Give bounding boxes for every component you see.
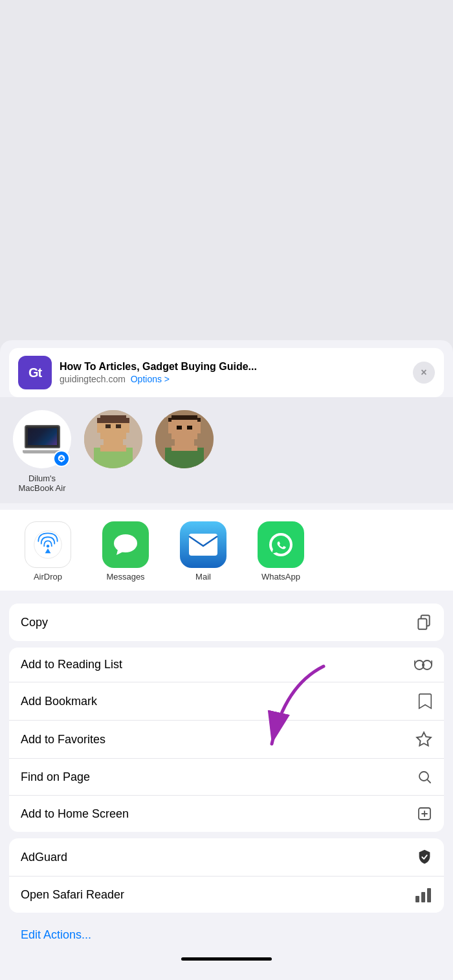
svg-rect-21 <box>187 426 192 430</box>
messages-icon <box>102 521 149 568</box>
url-options[interactable]: Options > <box>131 374 170 384</box>
url-title: How To Articles, Gadget Buying Guide... <box>60 361 338 373</box>
search-icon <box>417 769 432 785</box>
svg-rect-7 <box>123 418 129 423</box>
copy-action[interactable]: Copy <box>9 604 444 641</box>
messages-label: Messages <box>106 572 144 582</box>
mail-label: Mail <box>195 572 211 582</box>
bookmark-icon <box>418 693 432 710</box>
edit-actions-button[interactable]: Edit Actions... <box>21 928 91 941</box>
svg-rect-20 <box>177 426 182 430</box>
svg-rect-9 <box>116 424 121 428</box>
svg-rect-36 <box>421 892 425 902</box>
apps-section: AirDrop Messages Mail <box>0 510 453 591</box>
url-domain: guidingtech.com Options > <box>60 374 405 384</box>
airdrop-badge <box>53 450 70 467</box>
whatsapp-svg <box>266 530 296 560</box>
svg-rect-11 <box>100 445 126 452</box>
action-list-3: AdGuard Open Safari Reader <box>9 838 444 913</box>
whatsapp-label: WhatsApp <box>261 572 300 582</box>
url-info: How To Articles, Gadget Buying Guide... … <box>60 361 405 384</box>
add-favorites-label: Add to Favorites <box>21 733 105 746</box>
svg-rect-6 <box>97 418 104 423</box>
svg-point-26 <box>114 534 137 552</box>
svg-rect-5 <box>100 415 126 423</box>
svg-rect-30 <box>418 619 426 629</box>
messages-svg <box>111 530 140 559</box>
macbook-name: Dilum'sMacBook Air <box>19 474 66 493</box>
contact-person-1[interactable] <box>84 410 142 474</box>
url-bar: Gt How To Articles, Gadget Buying Guide.… <box>9 348 444 397</box>
section-divider-1 <box>0 503 453 510</box>
share-sheet: Gt How To Articles, Gadget Buying Guide.… <box>0 340 453 980</box>
app-item-whatsapp[interactable]: WhatsApp <box>242 521 320 582</box>
airdrop-label: AirDrop <box>34 572 62 582</box>
contact-macbook[interactable]: Dilum'sMacBook Air <box>13 410 71 493</box>
gt-app-icon: Gt <box>18 356 52 389</box>
person1-pixelated <box>84 410 142 468</box>
person2-avatar <box>155 410 214 468</box>
section-divider-2 <box>0 591 453 597</box>
person1-avatar-circle <box>84 410 142 468</box>
svg-rect-8 <box>105 424 111 428</box>
copy-label: Copy <box>21 616 48 629</box>
app-item-mail[interactable]: Mail <box>164 521 242 582</box>
macbook-screen <box>25 425 60 448</box>
bars-icon <box>414 887 432 902</box>
svg-point-33 <box>419 772 428 781</box>
mail-icon <box>180 521 226 568</box>
star-icon <box>415 731 432 748</box>
person2-avatar-circle <box>155 410 214 468</box>
svg-rect-23 <box>171 446 197 451</box>
contact-person-2[interactable] <box>155 410 214 474</box>
svg-rect-35 <box>415 896 419 902</box>
arrow-svg <box>233 660 337 763</box>
person1-avatar <box>84 410 142 468</box>
plus-square-icon <box>417 806 432 822</box>
home-indicator <box>181 957 272 961</box>
add-bookmark-label: Add Bookmark <box>21 695 97 708</box>
macbook-icon <box>23 425 61 453</box>
svg-rect-18 <box>194 422 201 433</box>
airdrop-badge-icon <box>57 454 66 463</box>
close-button[interactable]: × <box>413 362 435 384</box>
adguard-label: AdGuard <box>21 851 67 864</box>
action-list-2: Add to Reading List Add Bookmark Add to … <box>9 648 444 832</box>
mail-svg <box>188 533 218 556</box>
action-list-1: Copy <box>9 604 444 641</box>
airdrop-icon <box>25 521 71 568</box>
app-item-messages[interactable]: Messages <box>87 521 164 582</box>
svg-point-25 <box>47 545 49 547</box>
adguard-action[interactable]: AdGuard <box>9 838 444 877</box>
reading-list-action[interactable]: Add to Reading List <box>9 648 444 682</box>
purple-arrow-annotation <box>233 660 337 766</box>
shield-icon <box>417 849 432 866</box>
macbook-screen-inner <box>28 428 57 445</box>
copy-icon <box>415 614 432 631</box>
reading-list-label: Add to Reading List <box>21 658 122 671</box>
svg-rect-16 <box>171 420 197 439</box>
find-on-page-label: Find on Page <box>21 770 90 784</box>
svg-rect-37 <box>427 888 431 902</box>
safari-reader-label: Open Safari Reader <box>21 888 124 902</box>
add-bookmark-action[interactable]: Add Bookmark <box>9 682 444 721</box>
safari-reader-action[interactable]: Open Safari Reader <box>9 877 444 913</box>
find-on-page-action[interactable]: Find on Page <box>9 759 444 796</box>
svg-rect-17 <box>168 422 175 433</box>
add-home-screen-label: Add to Home Screen <box>21 807 129 821</box>
add-favorites-action[interactable]: Add to Favorites <box>9 721 444 759</box>
add-home-screen-action[interactable]: Add to Home Screen <box>9 796 444 832</box>
glasses-icon <box>414 659 432 671</box>
airdrop-svg <box>34 530 62 559</box>
svg-rect-27 <box>189 534 217 556</box>
app-item-airdrop[interactable]: AirDrop <box>9 521 87 582</box>
whatsapp-icon <box>258 521 304 568</box>
airdrop-contacts-section: Dilum'sMacBook Air <box>0 397 453 503</box>
macbook-avatar <box>13 410 71 468</box>
edit-actions-section: Edit Actions... <box>9 919 444 951</box>
person2-pixelated <box>155 410 214 468</box>
